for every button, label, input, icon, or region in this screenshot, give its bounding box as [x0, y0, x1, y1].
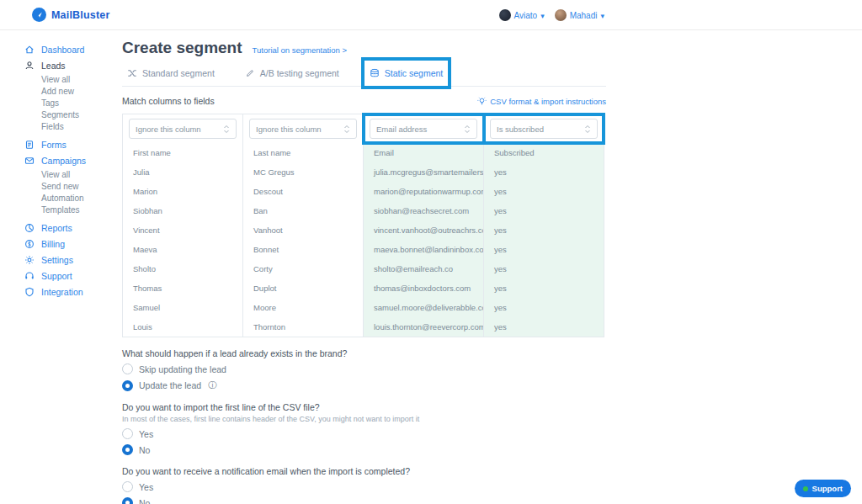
column-mapping-select-2[interactable]: Ignore this column	[249, 119, 357, 139]
table-cell: Moore	[243, 298, 364, 317]
radio-unselected-icon[interactable]	[122, 363, 133, 374]
tab-ab-testing-segment[interactable]: A/B testing segment	[240, 61, 344, 86]
select-value: Ignore this column	[256, 125, 322, 134]
select-value: Email address	[376, 125, 427, 134]
sidebar-item-label: Support	[41, 271, 72, 281]
table-cell: yes	[484, 317, 604, 337]
table-cell: Email	[364, 143, 484, 162]
sidebar-item-label: Dashboard	[41, 45, 84, 55]
table-body: First nameLast nameEmailSubscribedJuliaM…	[123, 143, 604, 337]
sidebar-item-integration[interactable]: Integration	[0, 284, 122, 300]
table-cell: Vincent	[123, 220, 243, 240]
column-mapping-select-3[interactable]: Email address	[370, 119, 477, 139]
radio-selected-icon[interactable]	[122, 444, 133, 455]
radio-option-update-lead[interactable]: Update the lead	[122, 379, 606, 391]
support-button-label: Support	[812, 484, 843, 493]
radio-option-skip-updating[interactable]: Skip updating the lead	[122, 363, 606, 374]
user-menu-dropdown[interactable]: Mahadi	[555, 9, 604, 21]
sidebar-item-label: Billing	[41, 239, 65, 249]
sidebar-item-settings[interactable]: Settings	[0, 252, 122, 268]
csv-link-label: CSV format & import instructions	[490, 97, 606, 106]
column-mapping-select-1[interactable]: Ignore this column	[129, 119, 237, 139]
table-cell: thomas@inboxdoctors.com	[364, 279, 484, 298]
radio-option-first-line-no[interactable]: No	[122, 444, 606, 455]
tab-label: Standard segment	[142, 68, 215, 78]
sidebar-subitem-leads-view-all[interactable]: View all	[0, 73, 122, 85]
column-mapping-select-4[interactable]: Is subscribed	[490, 119, 598, 139]
radio-unselected-icon[interactable]	[122, 481, 133, 492]
question-notification-email: Do you want to receive a notification em…	[122, 466, 606, 504]
radio-option-notify-no[interactable]: No	[122, 497, 606, 504]
table-row: ThomasDuplotthomas@inboxdoctors.comyes	[123, 279, 604, 298]
csv-preview-table: Ignore this column Ignore this column Em…	[122, 114, 604, 337]
table-cell: Subscribed	[484, 143, 604, 162]
table-cell: yes	[484, 162, 604, 182]
brand-switcher-dropdown[interactable]: Aviato	[499, 9, 545, 21]
sidebar-item-leads[interactable]: Leads	[0, 57, 122, 73]
chevron-down-icon	[540, 11, 545, 20]
sidebar-item-label: Settings	[41, 255, 73, 265]
info-icon[interactable]	[208, 379, 216, 391]
column-mapping-row: Ignore this column Ignore this column Em…	[123, 114, 604, 143]
sidebar-item-reports[interactable]: Reports	[0, 220, 122, 236]
table-cell: Duplot	[243, 279, 364, 298]
question-text: What should happen if a lead already exi…	[122, 348, 606, 358]
select-arrows-icon	[343, 125, 350, 134]
radio-option-label: Yes	[139, 482, 153, 492]
radio-option-first-line-yes[interactable]: Yes	[122, 428, 606, 439]
sidebar-item-dashboard[interactable]: Dashboard	[0, 41, 122, 57]
table-cell: Bonnet	[243, 240, 364, 259]
table-cell: samuel.moore@deliverabble.com	[364, 298, 484, 317]
sidebar-subitem-leads-segments[interactable]: Segments	[0, 109, 122, 120]
table-cell: yes	[484, 220, 604, 240]
sidebar-item-campaigns[interactable]: Campaigns	[0, 152, 122, 168]
sidebar-subitem-campaigns-automation[interactable]: Automation	[0, 192, 122, 204]
tab-static-segment[interactable]: Static segment	[364, 61, 448, 86]
csv-first-line-row: First nameLast nameEmailSubscribed	[123, 143, 604, 162]
radio-selected-icon[interactable]	[122, 380, 133, 391]
csv-instructions-link[interactable]: CSV format & import instructions	[477, 97, 606, 106]
radio-option-label: Skip updating the lead	[139, 364, 226, 374]
sidebar-item-label: Forms	[41, 140, 67, 150]
sidebar-subitem-leads-fields[interactable]: Fields	[0, 120, 122, 132]
radio-unselected-icon[interactable]	[122, 428, 133, 439]
table-cell: siobhan@reachsecret.com	[364, 201, 484, 220]
table-cell: yes	[484, 259, 604, 279]
table-row: VincentVanhootvincent.vanhoot@outreachrs…	[123, 220, 604, 240]
bulb-icon	[477, 97, 487, 106]
table-cell: Maeva	[123, 240, 243, 259]
sidebar-item-billing[interactable]: Billing	[0, 236, 122, 252]
radio-option-label: Yes	[139, 429, 153, 439]
table-cell: Sholto	[123, 259, 243, 279]
radio-selected-icon[interactable]	[122, 497, 133, 504]
tab-standard-segment[interactable]: Standard segment	[122, 61, 220, 86]
shield-icon	[24, 287, 35, 297]
sidebar-subitem-leads-add-new[interactable]: Add new	[0, 85, 122, 97]
table-row: JuliaMC Gregusjulia.mcgregus@smartemaile…	[123, 162, 604, 182]
radio-option-notify-yes[interactable]: Yes	[122, 481, 606, 492]
envelope-icon	[24, 156, 35, 166]
brand-logo[interactable]: MailBluster	[32, 8, 110, 22]
table-cell: vincent.vanhoot@outreachrs.com	[364, 220, 484, 240]
database-icon	[370, 68, 380, 78]
table-cell: Descout	[243, 182, 364, 201]
support-button[interactable]: Support	[795, 480, 851, 497]
main-content: Create segment Tutorial on segmentation …	[122, 30, 606, 504]
branch-icon	[127, 68, 137, 78]
sidebar-subitem-campaigns-templates[interactable]: Templates	[0, 204, 122, 215]
sidebar-subitem-campaigns-view-all[interactable]: View all	[0, 168, 122, 180]
tutorial-link[interactable]: Tutorial on segmentation >	[253, 45, 347, 55]
sidebar-item-support[interactable]: Support	[0, 268, 122, 284]
table-cell: First name	[123, 143, 243, 162]
table-cell: Ban	[243, 201, 364, 220]
table-cell: Last name	[243, 143, 364, 162]
radio-option-label: No	[139, 445, 150, 455]
sidebar-subitem-leads-tags[interactable]: Tags	[0, 97, 122, 109]
email-address-select-cell: Email address	[364, 114, 484, 143]
is-subscribed-select-cell: Is subscribed	[484, 114, 604, 143]
sidebar-item-forms[interactable]: Forms	[0, 136, 122, 152]
topbar: MailBluster Aviato Mahadi	[0, 0, 862, 30]
table-cell: yes	[484, 279, 604, 298]
sidebar-subitem-campaigns-send-new[interactable]: Send new	[0, 180, 122, 192]
table-cell: Louis	[123, 317, 243, 337]
